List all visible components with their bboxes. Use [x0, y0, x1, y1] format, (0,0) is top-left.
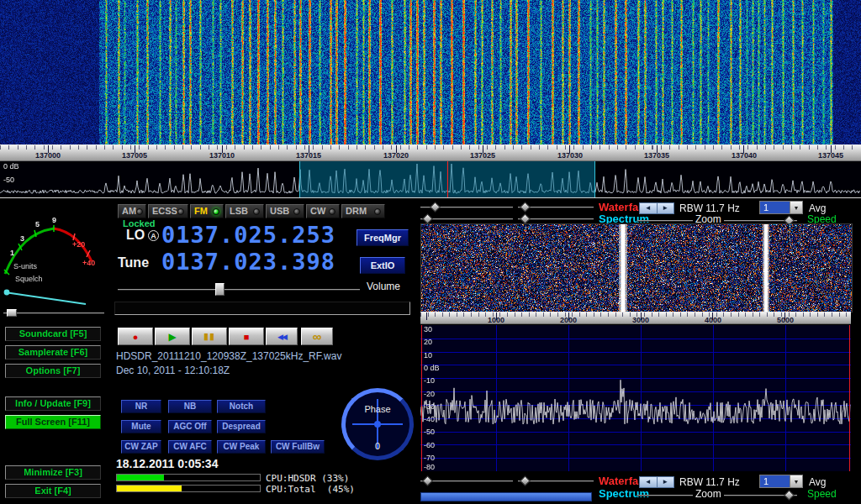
dropdown-arrow-icon[interactable]: ▼	[790, 475, 802, 487]
sp-brightness-handle[interactable]	[422, 213, 433, 224]
speed-select-bottom[interactable]: 1 ▼	[759, 475, 803, 488]
exit-button[interactable]: Exit [F4]	[5, 484, 101, 498]
freq-tick-label: 137040	[732, 151, 757, 160]
pause-button[interactable]: ▮▮	[192, 328, 227, 345]
notch-button[interactable]: Notch	[217, 400, 266, 413]
db-label: 30	[424, 325, 432, 333]
speed-select-value: 1	[760, 202, 790, 213]
mode-lsb-button[interactable]: LSB	[225, 204, 264, 218]
lo-frequency-display[interactable]: 0137.025.253	[161, 223, 335, 246]
options-button[interactable]: Options [F7]	[5, 364, 101, 378]
overview-spectrum[interactable]: 0 dB -50	[0, 161, 861, 197]
mode-fm-button[interactable]: FM	[190, 204, 224, 218]
spectrum-scrollbar[interactable]	[420, 492, 592, 501]
audio-waterfall-display[interactable]	[420, 223, 853, 312]
waterfall-tab-bottom[interactable]: Waterfall	[599, 475, 644, 487]
s-meter[interactable]: 1 3 5 9 +20 +40 S-units Squelch	[2, 200, 108, 307]
smeter-squelch-label: Squelch	[15, 275, 43, 283]
mode-lsb-label: LSB	[230, 205, 248, 218]
volume-slider-track[interactable]	[118, 289, 360, 291]
audio-spectrum-display[interactable]: 30 20 10 0 dB -10 -20 -30 -40 -50 -60 -7…	[420, 325, 851, 471]
record-icon: ●	[133, 332, 139, 342]
audio-frequency-ruler[interactable]: 1000 2000 3000 4000 5000	[420, 312, 851, 324]
stop-button[interactable]: ■	[229, 328, 264, 345]
record-button[interactable]: ●	[118, 328, 153, 345]
fullscreen-button[interactable]: Full Screen [F11]	[5, 415, 101, 429]
main-waterfall-display[interactable]	[0, 0, 861, 144]
cw-afc-button[interactable]: CW AFC	[168, 440, 212, 454]
volume-slider-handle[interactable]	[215, 283, 224, 296]
left-arrow-icon[interactable]: ◄	[640, 477, 658, 487]
cpu-total-fill	[117, 486, 182, 491]
squelch-slider-track[interactable]	[3, 312, 104, 314]
play-button[interactable]: ▶	[155, 328, 190, 345]
wf2-contrast-handle[interactable]	[520, 475, 531, 486]
db-label: 20	[424, 338, 432, 346]
db-label: -20	[424, 390, 435, 398]
main-frequency-ruler[interactable]: 137000 137005 137010 137015 137020 13702…	[0, 144, 861, 161]
lo-lock-badge[interactable]: A	[148, 230, 159, 241]
mode-drm-led	[374, 208, 381, 215]
panel-divider	[0, 197, 861, 198]
tuning-bar[interactable]	[114, 302, 410, 315]
soundcard-button[interactable]: Soundcard [F5]	[5, 327, 101, 341]
freq-tick-label: 137025	[470, 151, 495, 160]
audio-freq-label: 1000	[488, 316, 504, 324]
sp-contrast-handle[interactable]	[520, 213, 531, 224]
mode-am-led	[136, 208, 143, 215]
zoom-slider-handle-bottom[interactable]	[784, 490, 795, 501]
waterfall-tab[interactable]: Waterfall	[599, 201, 644, 213]
audio-spectrum-trace	[420, 325, 851, 471]
mode-usb-button[interactable]: USB	[266, 204, 304, 218]
phase-indicator: Phase 0	[341, 388, 414, 460]
audio-freq-label: 5000	[777, 316, 794, 324]
cw-peak-button[interactable]: CW Peak	[217, 440, 266, 454]
info-update-button[interactable]: Info / Update [F9]	[5, 396, 101, 411]
speed-select-value: 1	[760, 475, 790, 487]
tune-frequency-display[interactable]: 0137.023.398	[161, 250, 335, 273]
freq-tick-label: 137045	[818, 151, 843, 160]
mode-lsb-led	[253, 208, 260, 215]
squelch-slider-handle[interactable]	[7, 309, 17, 317]
wf2-brightness-handle[interactable]	[422, 475, 433, 486]
loop-button[interactable]: ∞	[301, 328, 333, 345]
db-scale-mid: -50	[3, 176, 14, 184]
play-icon: ▶	[168, 331, 176, 343]
spectrum-tab-bottom[interactable]: Spectrum	[599, 487, 649, 500]
samplerate-button[interactable]: Samplerate [F6]	[5, 345, 101, 360]
mute-button[interactable]: Mute	[121, 420, 161, 433]
freqmgr-button[interactable]: FreqMgr	[357, 229, 409, 246]
mode-cw-button[interactable]: CW	[306, 204, 340, 218]
db-scale-top: 0 dB	[3, 162, 19, 171]
dropdown-arrow-icon[interactable]: ▼	[790, 202, 802, 213]
nb-button[interactable]: NB	[168, 400, 212, 413]
cpu-total-bar	[116, 485, 261, 492]
shift-spinner-bottom[interactable]: ◄ ►	[639, 476, 674, 488]
cw-fullbw-button[interactable]: CW FullBw	[271, 440, 325, 454]
wf2-brightness-track[interactable]	[420, 480, 513, 482]
audio-freq-label: 4000	[705, 316, 721, 324]
agc-off-button[interactable]: AGC Off	[168, 420, 212, 433]
wf-brightness-handle[interactable]	[430, 202, 441, 213]
mode-ecss-button[interactable]: ECSS	[148, 204, 188, 218]
sp-brightness-track[interactable]	[420, 218, 513, 220]
cw-zap-button[interactable]: CW ZAP	[121, 440, 161, 454]
right-arrow-icon[interactable]: ►	[658, 203, 674, 213]
mode-am-button[interactable]: AM	[118, 204, 146, 218]
mode-fm-label: FM	[194, 205, 208, 218]
speed-select[interactable]: 1 ▼	[759, 201, 803, 214]
wf-contrast-handle[interactable]	[520, 202, 531, 213]
despread-button[interactable]: Despread	[217, 420, 266, 433]
mode-drm-button[interactable]: DRM	[341, 204, 385, 218]
phase-value: 0	[346, 441, 409, 451]
right-arrow-icon[interactable]: ►	[658, 477, 674, 487]
freq-tick-label: 137005	[122, 151, 147, 160]
extio-button[interactable]: ExtIO	[360, 257, 405, 274]
mode-usb-led	[293, 208, 300, 215]
nr-button[interactable]: NR	[121, 400, 161, 413]
rewind-button[interactable]: ◀◀	[266, 328, 298, 345]
speed-label-bottom: Speed	[807, 488, 837, 500]
minimize-button[interactable]: Minimize [F3]	[5, 465, 101, 480]
zoom-label-bottom: Zoom	[693, 488, 724, 500]
smeter-needle-tip	[4, 290, 10, 296]
